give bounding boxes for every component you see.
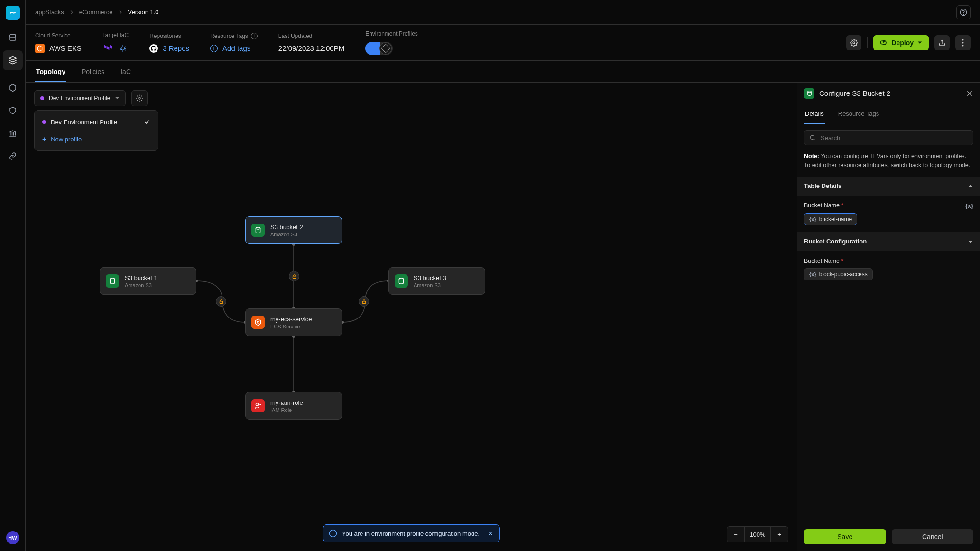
close-icon[interactable] bbox=[966, 90, 973, 97]
breadcrumb-bar: appStacks eCommerce Version 1.0 bbox=[26, 0, 980, 25]
zoom-out-button[interactable]: − bbox=[727, 527, 744, 542]
brand-logo[interactable] bbox=[6, 6, 20, 20]
node-s3-bucket-2[interactable]: S3 bucket 2Amazon S3 bbox=[245, 216, 342, 244]
repo-label: Repositories bbox=[149, 33, 189, 39]
server-icon[interactable] bbox=[8, 32, 18, 43]
stacks-icon[interactable] bbox=[3, 50, 23, 70]
node-iam[interactable]: my-iam-roleIAM Role bbox=[245, 392, 342, 420]
close-icon[interactable] bbox=[487, 530, 494, 537]
cloud-label: Cloud Service bbox=[35, 32, 82, 39]
cancel-button[interactable]: Cancel bbox=[892, 529, 974, 544]
chevron-icon bbox=[70, 10, 74, 15]
chip-block-access[interactable]: {x} block-pubic-access bbox=[804, 268, 873, 280]
new-profile[interactable]: +New profile bbox=[37, 131, 155, 148]
more-button[interactable] bbox=[955, 35, 971, 50]
zoom-control: − 100% + bbox=[727, 526, 788, 542]
profile-item[interactable]: Dev Environment Profile bbox=[37, 113, 155, 131]
node-title: S3 bucket 3 bbox=[414, 274, 446, 281]
share-button[interactable] bbox=[934, 35, 950, 50]
repo-link[interactable]: 3 Repos bbox=[163, 44, 189, 52]
chip-bucket-name[interactable]: {x} bucket-name bbox=[804, 213, 857, 225]
tfvar-icon[interactable]: {x} bbox=[965, 202, 973, 209]
node-subtitle: Amazon S3 bbox=[414, 282, 446, 288]
crumb-appstacks[interactable]: appStacks bbox=[35, 9, 64, 16]
lock-icon[interactable] bbox=[359, 296, 369, 307]
svg-rect-12 bbox=[362, 301, 365, 304]
aws-icon bbox=[35, 44, 45, 53]
chevron-down-icon bbox=[968, 239, 973, 244]
env-label: Environment Profiles bbox=[365, 30, 418, 37]
field-label: Bucket Name * bbox=[804, 258, 843, 264]
chevron-down-icon bbox=[917, 40, 922, 45]
lock-icon[interactable] bbox=[289, 271, 299, 281]
hex-icon bbox=[381, 44, 390, 53]
breadcrumb: appStacks eCommerce Version 1.0 bbox=[35, 9, 159, 16]
left-rail: HW bbox=[0, 0, 26, 551]
node-subtitle: ECS Service bbox=[270, 324, 312, 329]
save-button[interactable]: Save bbox=[804, 529, 886, 544]
panel-search[interactable] bbox=[804, 130, 973, 145]
node-ecs[interactable]: my-ecs-serviceECS Service bbox=[245, 308, 342, 336]
svg-point-16 bbox=[810, 135, 814, 139]
crumb-ecommerce[interactable]: eCommerce bbox=[79, 9, 113, 16]
crumb-version: Version 1.0 bbox=[128, 9, 159, 16]
toast-text: You are in environment profile configura… bbox=[342, 530, 480, 537]
node-s3-bucket-3[interactable]: S3 bucket 3Amazon S3 bbox=[388, 267, 485, 295]
tfvar-icon: {x} bbox=[809, 271, 816, 277]
profile-menu: Dev Environment Profile +New profile bbox=[34, 110, 158, 151]
help-button[interactable] bbox=[956, 5, 971, 19]
bank-icon[interactable] bbox=[8, 128, 18, 139]
section-bucket-config[interactable]: Bucket Configuration bbox=[797, 232, 980, 251]
node-title: S3 bucket 2 bbox=[270, 224, 303, 231]
profile-select[interactable]: Dev Environment Profile bbox=[34, 90, 126, 106]
user-avatar[interactable]: HW bbox=[6, 531, 19, 544]
panel-note: Note: You can configure TFVars only for … bbox=[804, 152, 973, 170]
zoom-in-button[interactable]: + bbox=[771, 527, 788, 542]
node-title: S3 bucket 1 bbox=[125, 274, 157, 281]
terraform-icon bbox=[102, 43, 113, 54]
svg-point-4 bbox=[121, 47, 124, 50]
edges bbox=[26, 83, 797, 551]
svg-point-5 bbox=[853, 42, 855, 44]
svg-rect-10 bbox=[293, 276, 296, 279]
main-tabs: Topology Policies IaC bbox=[26, 61, 980, 83]
settings-button[interactable] bbox=[846, 35, 861, 50]
tab-iac[interactable]: IaC bbox=[120, 68, 132, 82]
link-icon[interactable] bbox=[8, 151, 18, 161]
chevron-icon bbox=[119, 10, 122, 15]
info-icon[interactable]: i bbox=[251, 33, 258, 39]
summary-bar: Cloud Service AWS EKS Target IaC bbox=[26, 25, 980, 61]
node-s3-bucket-1[interactable]: S3 bucket 1Amazon S3 bbox=[100, 267, 196, 295]
panel-tab-tags[interactable]: Resource Tags bbox=[837, 104, 880, 124]
check-icon bbox=[144, 119, 150, 125]
svg-rect-11 bbox=[220, 301, 222, 304]
search-input[interactable] bbox=[820, 134, 968, 142]
field-label: Bucket Name * bbox=[804, 202, 843, 209]
canvas[interactable]: Dev Environment Profile Dev Environment … bbox=[26, 83, 797, 551]
section-table-details[interactable]: Table Details bbox=[797, 177, 980, 196]
s3-icon bbox=[804, 88, 814, 99]
svg-point-8 bbox=[962, 45, 963, 46]
node-subtitle: Amazon S3 bbox=[125, 282, 157, 288]
lock-icon[interactable] bbox=[216, 296, 226, 307]
node-subtitle: IAM Role bbox=[270, 407, 303, 413]
deploy-button[interactable]: Deploy bbox=[873, 35, 929, 50]
panel-tab-details[interactable]: Details bbox=[804, 104, 825, 124]
s3-icon bbox=[251, 224, 265, 237]
svg-point-7 bbox=[962, 42, 963, 43]
mode-toast: You are in environment profile configura… bbox=[323, 524, 500, 542]
shield-icon[interactable] bbox=[8, 105, 18, 116]
tab-topology[interactable]: Topology bbox=[35, 68, 66, 82]
profile-settings-button[interactable] bbox=[131, 90, 148, 106]
svg-point-14 bbox=[256, 403, 258, 406]
env-toggle[interactable] bbox=[365, 42, 393, 55]
hex-icon[interactable] bbox=[8, 83, 18, 93]
tab-policies[interactable]: Policies bbox=[81, 68, 105, 82]
divider bbox=[867, 37, 868, 48]
plus-icon[interactable]: + bbox=[210, 45, 218, 52]
add-tags-link[interactable]: Add tags bbox=[222, 44, 250, 52]
updated-value: 22/09/2023 12:00PM bbox=[278, 44, 344, 52]
s3-icon bbox=[395, 274, 408, 288]
iam-icon bbox=[251, 399, 265, 412]
chevron-down-icon bbox=[115, 96, 120, 101]
